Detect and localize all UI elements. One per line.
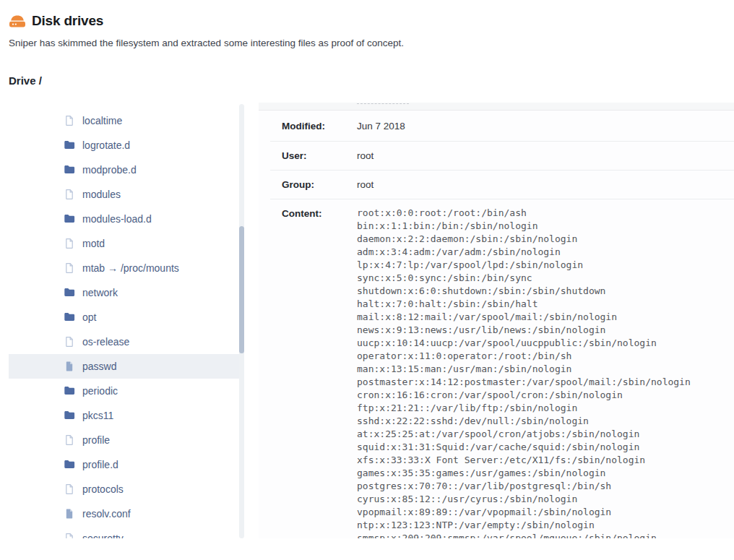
tree-item-profile[interactable]: profile [9, 428, 239, 452]
disk-drives-icon [8, 12, 27, 30]
page-title: Disk drives [32, 13, 103, 29]
tree-item-opt[interactable]: opt [9, 305, 239, 329]
file-filled-icon [64, 508, 75, 520]
tree-item-profile.d[interactable]: profile.d [9, 452, 239, 477]
tree-item-label: modules-load.d [82, 213, 152, 225]
tree-item-localtime[interactable]: localtime [9, 108, 239, 133]
file-icon [64, 115, 75, 126]
folder-icon [64, 410, 75, 421]
tree-item-label: protocols [82, 483, 124, 495]
truncated-value-underline [357, 103, 409, 104]
folder-icon [64, 385, 75, 397]
tree-item-modules-load.d[interactable]: modules-load.d [9, 207, 239, 231]
tree-item-label: motd [82, 238, 105, 249]
file-content: root:x:0:0:root:/root:/bin/ash bin:x:1:1… [357, 207, 691, 538]
tree-item-label: opt [82, 311, 96, 323]
file-tree: localtimelogrotate.dmodprobe.dmodulesmod… [9, 108, 239, 538]
tree-item-label: periodic [82, 385, 118, 397]
tree-item-logrotate.d[interactable]: logrotate.d [9, 133, 239, 158]
group-value: root [357, 179, 374, 190]
tree-item-os-release[interactable]: os-release [9, 329, 239, 354]
tree-item-label: os-release [82, 336, 129, 348]
drive-path-label: Drive / [9, 74, 42, 87]
file-icon [64, 262, 75, 274]
tree-item-label: logrotate.d [82, 139, 130, 151]
detail-row-user: User: root [270, 142, 734, 171]
tree-item-label: mtab → /proc/mounts [82, 262, 179, 274]
folder-icon [64, 213, 75, 225]
tree-item-label: modules [82, 189, 121, 200]
content-label: Content: [270, 207, 357, 219]
file-filled-icon [64, 361, 75, 372]
user-label: User: [270, 150, 357, 161]
tree-item-label: profile [82, 434, 110, 446]
tree-scrollbar[interactable] [239, 104, 244, 538]
tree-item-motd[interactable]: motd [9, 231, 239, 256]
file-icon [64, 533, 75, 538]
tree-item-periodic[interactable]: periodic [9, 379, 239, 403]
tree-item-modprobe.d[interactable]: modprobe.d [9, 158, 239, 182]
page-subtitle: Sniper has skimmed the filesystem and ex… [9, 38, 404, 48]
tree-item-pkcs11[interactable]: pkcs11 [9, 403, 239, 428]
user-value: root [357, 150, 374, 161]
modified-label: Modified: [270, 121, 357, 132]
tree-item-securetty[interactable]: securetty [9, 526, 239, 538]
file-details-panel: Modified: Jun 7 2018 User: root Group: r… [259, 103, 734, 538]
file-icon [64, 434, 75, 446]
tree-item-label: pkcs11 [82, 410, 113, 421]
detail-row-group: Group: root [270, 171, 734, 199]
tree-item-mtab-proc-mounts[interactable]: mtab → /proc/mounts [9, 256, 239, 280]
tree-scrollbar-thumb[interactable] [239, 226, 244, 353]
file-icon [64, 483, 75, 495]
tree-item-label: resolv.conf [82, 508, 131, 520]
file-icon [64, 336, 75, 348]
folder-icon [64, 139, 75, 151]
folder-icon [64, 311, 75, 323]
detail-row-content: Content: root:x:0:0:root:/root:/bin/ash … [270, 199, 734, 538]
tree-item-label: modprobe.d [82, 164, 137, 176]
tree-item-resolv.conf[interactable]: resolv.conf [9, 501, 239, 526]
folder-icon [64, 164, 75, 176]
folder-icon [64, 287, 75, 298]
tree-item-protocols[interactable]: protocols [9, 477, 239, 501]
tree-item-label: securetty [82, 533, 124, 538]
tree-item-label: localtime [82, 115, 122, 126]
tree-item-passwd[interactable]: passwd [9, 354, 239, 379]
tree-item-label: profile.d [82, 459, 118, 470]
group-label: Group: [270, 179, 357, 190]
file-icon [64, 189, 75, 200]
tree-item-label: passwd [82, 361, 116, 372]
truncated-row-remnant [259, 103, 734, 111]
folder-icon [64, 459, 75, 470]
tree-item-network[interactable]: network [9, 280, 239, 305]
tree-item-label: network [82, 287, 118, 298]
modified-value: Jun 7 2018 [357, 121, 405, 132]
tree-item-modules[interactable]: modules [9, 182, 239, 207]
file-icon [64, 238, 75, 249]
detail-row-modified: Modified: Jun 7 2018 [270, 111, 734, 142]
